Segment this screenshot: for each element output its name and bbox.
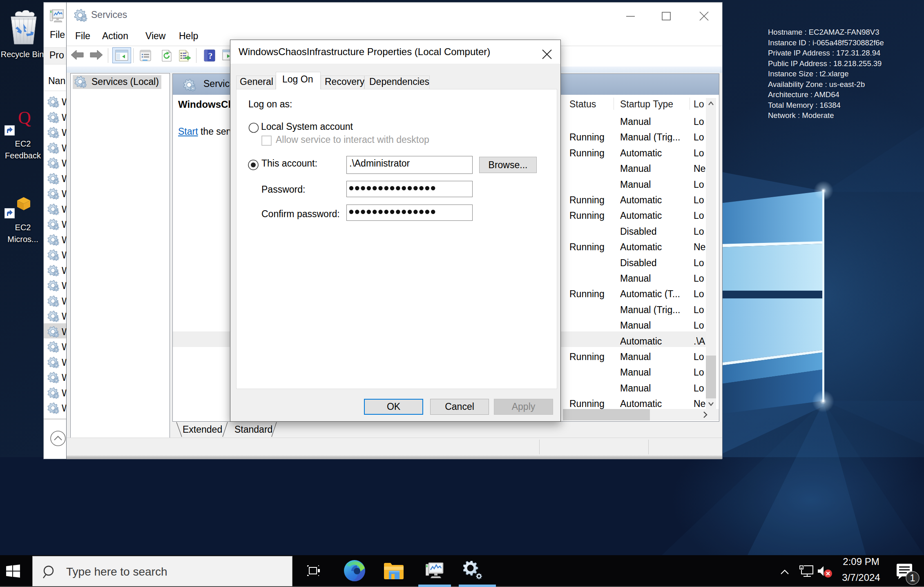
svg-text:Extended: Extended — [183, 424, 222, 435]
svg-text:Standard: Standard — [234, 424, 272, 435]
svg-text:?: ? — [208, 51, 213, 61]
svg-text:1: 1 — [910, 573, 915, 583]
